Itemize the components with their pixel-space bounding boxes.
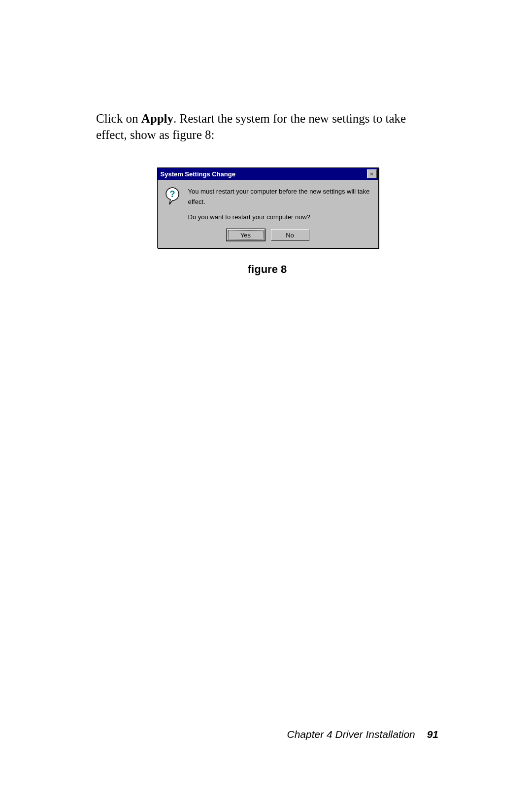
svg-text:?: ? <box>169 189 175 199</box>
yes-button-label: Yes <box>240 232 251 239</box>
dialog-message: You must restart your computer before th… <box>188 187 371 222</box>
message-line-2: Do you want to restart your computer now… <box>188 212 371 223</box>
footer-chapter: Chapter 4 Driver Installation <box>287 729 415 740</box>
dialog-title: System Settings Change <box>161 170 235 178</box>
yes-button[interactable]: Yes <box>227 229 265 241</box>
footer-page-number: 91 <box>427 729 438 740</box>
dialog-titlebar: System Settings Change × <box>158 168 378 180</box>
question-icon: ? <box>165 187 181 205</box>
figure-caption: figure 8 <box>157 263 378 276</box>
page-footer: Chapter 4 Driver Installation 91 <box>287 729 439 740</box>
close-button[interactable]: × <box>367 169 377 178</box>
message-line-1: You must restart your computer before th… <box>188 187 371 207</box>
no-button[interactable]: No <box>271 229 309 241</box>
close-icon: × <box>370 171 373 177</box>
instruction-pre: Click on <box>96 112 141 125</box>
instruction-bold: Apply <box>141 112 173 125</box>
no-button-label: No <box>286 232 294 239</box>
instruction-paragraph: Click on Apply. Restart the system for t… <box>96 111 438 143</box>
system-settings-change-dialog: System Settings Change × ? You must rest… <box>157 167 379 248</box>
